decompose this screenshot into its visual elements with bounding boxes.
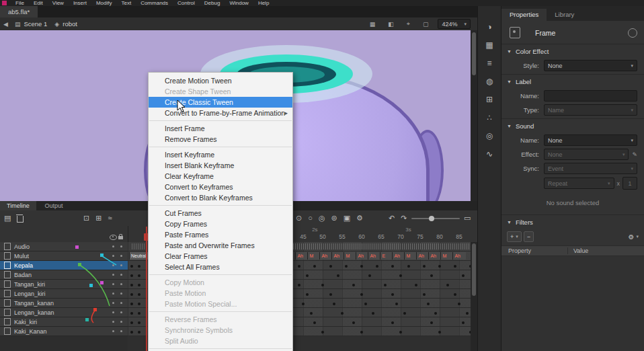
layer-toggle-dot[interactable] bbox=[120, 330, 122, 332]
keyframe-dot[interactable] bbox=[130, 284, 133, 286]
keyframe-dot[interactable] bbox=[462, 321, 465, 324]
menu-item-paste-and-overwrite-frames[interactable]: Paste and Overwrite Frames bbox=[149, 240, 292, 251]
layer-toggle-dot[interactable] bbox=[120, 255, 122, 257]
layer-row-mulut[interactable]: Mulut bbox=[0, 251, 128, 261]
layer-toggle-dot[interactable] bbox=[120, 321, 122, 323]
keyframe-dot[interactable] bbox=[423, 265, 426, 268]
menu-text[interactable]: Text bbox=[116, 0, 136, 6]
menu-item-insert-frame[interactable]: Insert Frame bbox=[149, 123, 292, 134]
keyframe-dot[interactable] bbox=[130, 303, 133, 305]
keyframe-dot[interactable] bbox=[138, 321, 140, 324]
menu-item-clear-keyframe[interactable]: Clear Keyframe bbox=[149, 171, 292, 182]
layer-row-tangan_kanan[interactable]: Tangan_kanan bbox=[0, 299, 128, 308]
keyframe-dot[interactable] bbox=[130, 265, 133, 268]
layer-toggle-dot[interactable] bbox=[112, 255, 114, 257]
motion-presets-icon[interactable]: ∿ bbox=[486, 149, 493, 159]
keyframe-dot[interactable] bbox=[454, 293, 456, 296]
timeline-vertical-scrollbar[interactable] bbox=[471, 242, 477, 351]
resize-timeline-view-icon[interactable]: ▭ bbox=[464, 210, 471, 226]
layer-row-kaki_kiri[interactable]: Kaki_kiri bbox=[0, 317, 128, 327]
menu-item-paste-motion[interactable]: Paste Motion bbox=[149, 288, 292, 299]
remove-filter-button[interactable]: − bbox=[524, 231, 534, 242]
menu-item-copy-frames[interactable]: Copy Frames bbox=[149, 219, 292, 229]
playhead[interactable] bbox=[146, 227, 147, 351]
menu-view[interactable]: View bbox=[48, 0, 69, 6]
slider-knob[interactable] bbox=[429, 216, 434, 221]
layer-row-kepala[interactable]: Kepala bbox=[0, 261, 128, 270]
keyframe-dot[interactable] bbox=[403, 312, 406, 315]
sound-header[interactable]: ▼ Sound bbox=[501, 119, 644, 132]
layer-toggle-dot[interactable] bbox=[120, 264, 122, 266]
menu-item-synchronize-symbols[interactable]: Synchronize Symbols bbox=[149, 325, 292, 336]
filters-header[interactable]: ▼ Filters bbox=[501, 215, 644, 229]
layer-toggle-dot[interactable] bbox=[112, 245, 114, 247]
keyframe-dot[interactable] bbox=[130, 312, 133, 315]
layer-depth-icon[interactable]: ≈ bbox=[108, 210, 112, 226]
keyframe-dot[interactable] bbox=[391, 321, 394, 324]
menu-commands[interactable]: Commands bbox=[136, 0, 173, 6]
symbol-breadcrumb[interactable]: robot bbox=[63, 20, 77, 28]
keyframe-dot[interactable] bbox=[462, 274, 465, 277]
layer-toggle-dot[interactable] bbox=[112, 311, 114, 313]
sound-name-select[interactable]: None ▾ bbox=[544, 134, 637, 146]
keyframe-dot[interactable] bbox=[352, 321, 355, 324]
keyframe-dot[interactable] bbox=[138, 265, 140, 268]
keyframe-dot[interactable] bbox=[321, 331, 324, 334]
keyframe-dot[interactable] bbox=[138, 331, 140, 334]
layer-toggle-dot[interactable] bbox=[112, 264, 114, 266]
scene-breadcrumb[interactable]: Scene 1 bbox=[24, 20, 47, 28]
layer-row-lengan_kiri[interactable]: Lengan_kiri bbox=[0, 289, 128, 299]
menu-item-convert-to-blank-keyframes[interactable]: Convert to Blank Keyframes bbox=[149, 192, 292, 203]
keyframe-dot[interactable] bbox=[376, 265, 378, 268]
layer-toggle-dot[interactable] bbox=[120, 245, 122, 247]
menu-item-reverse-frames[interactable]: Reverse Frames bbox=[149, 314, 292, 325]
insert-blank-keyframe-icon[interactable]: ○ bbox=[308, 210, 313, 226]
keyframe-dot[interactable] bbox=[438, 265, 441, 268]
menu-edit[interactable]: Edit bbox=[29, 0, 48, 6]
sound-repeat-select[interactable]: Repeat ▾ bbox=[544, 178, 614, 189]
info-icon[interactable]: ◍ bbox=[486, 77, 493, 86]
layer-toggle-dot[interactable] bbox=[120, 274, 122, 276]
menu-insert[interactable]: Insert bbox=[69, 0, 91, 6]
menu-window[interactable]: Window bbox=[225, 0, 253, 6]
scrollbar-thumb[interactable] bbox=[472, 243, 476, 296]
layer-toggle-dot[interactable] bbox=[112, 321, 114, 323]
keyframe-dot[interactable] bbox=[306, 274, 309, 277]
keyframe-dot[interactable] bbox=[130, 321, 133, 324]
keyframe-dot[interactable] bbox=[306, 293, 309, 296]
menu-item-paste-motion-special[interactable]: Paste Motion Special... bbox=[149, 299, 292, 309]
menu-debug[interactable]: Debug bbox=[200, 0, 225, 6]
keyframe-dot[interactable] bbox=[372, 312, 374, 315]
keyframe-dot[interactable] bbox=[466, 312, 469, 315]
onion-skin-icon[interactable]: ◎ bbox=[319, 210, 325, 226]
menu-item-insert-keyframe[interactable]: Insert Keyframe bbox=[149, 149, 292, 160]
layer-toggle-dot[interactable] bbox=[120, 292, 122, 295]
menu-item-clear-frames[interactable]: Clear Frames bbox=[149, 251, 292, 262]
keyframe-dot[interactable] bbox=[395, 303, 398, 305]
edit-symbols-icon[interactable]: ◧ bbox=[388, 21, 394, 28]
keyframe-dot[interactable] bbox=[423, 293, 426, 296]
menu-item-remove-frames[interactable]: Remove Frames bbox=[149, 134, 292, 145]
keyframe-dot[interactable] bbox=[313, 265, 316, 268]
layer-row-badan[interactable]: Badan bbox=[0, 270, 128, 280]
menu-item-copy-motion[interactable]: Copy Motion bbox=[149, 277, 292, 288]
menu-item-insert-blank-keyframe[interactable]: Insert Blank Keyframe bbox=[149, 160, 292, 171]
back-icon[interactable]: ◀ bbox=[3, 21, 8, 28]
tab-library[interactable]: Library bbox=[547, 9, 582, 21]
keyframe-dot[interactable] bbox=[329, 293, 332, 296]
clip-content-icon[interactable]: ▢ bbox=[423, 21, 429, 28]
keyframe-dot[interactable] bbox=[138, 303, 140, 305]
label-type-select[interactable]: Name ▾ bbox=[544, 104, 637, 116]
layer-row-lengan_kanan[interactable]: Lengan_kanan bbox=[0, 308, 128, 317]
center-frame-icon[interactable]: ⌖ bbox=[407, 20, 410, 28]
layer-toggle-dot[interactable] bbox=[120, 302, 122, 304]
delete-layer-icon[interactable] bbox=[17, 216, 24, 223]
edit-multiple-frames-icon[interactable]: ▣ bbox=[344, 210, 350, 226]
keyframe-dot[interactable] bbox=[130, 274, 133, 277]
menu-item-select-all-frames[interactable]: Select All Frames bbox=[149, 262, 292, 272]
color-icon[interactable]: ◑ bbox=[487, 22, 491, 32]
keyframe-dot[interactable] bbox=[329, 265, 332, 268]
keyframe-dot[interactable] bbox=[352, 284, 355, 286]
layer-toggle-dot[interactable] bbox=[112, 292, 114, 295]
keyframe-dot[interactable] bbox=[407, 265, 410, 268]
